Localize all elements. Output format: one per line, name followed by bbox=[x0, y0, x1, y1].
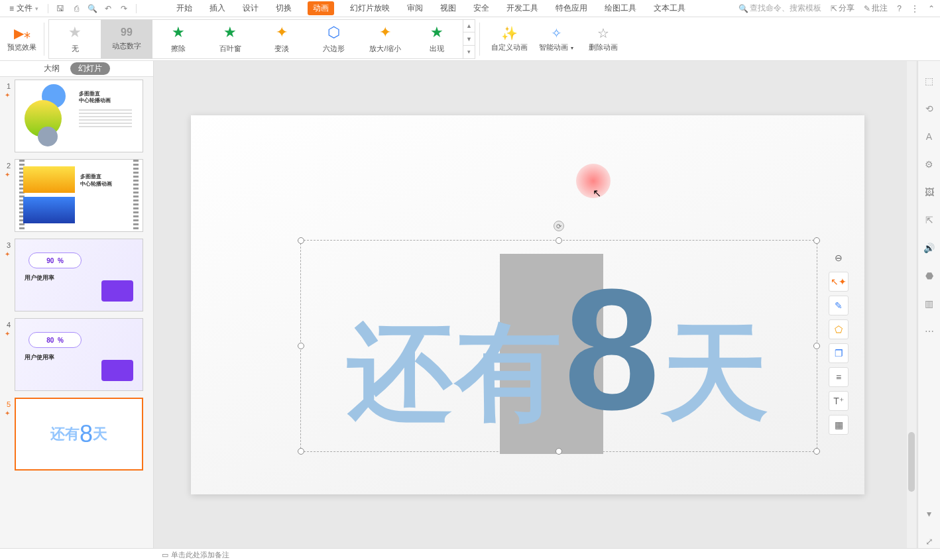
anim-none[interactable]: ★ 无 bbox=[49, 20, 101, 58]
chevron-down-icon: ▾ bbox=[35, 5, 38, 12]
slide-thumbnail-1[interactable]: 多图垂直 中心轮播动画 bbox=[15, 80, 143, 152]
float-cursor-icon[interactable]: ↖✦ bbox=[829, 272, 849, 292]
rail-audio-icon[interactable]: 🔊 bbox=[923, 241, 936, 254]
print-preview-icon[interactable]: 🔍 bbox=[86, 2, 99, 15]
canvas-area[interactable]: ⟳ 还有8天 ⊖ ↖✦ ✎ bbox=[154, 61, 917, 548]
rail-template-icon[interactable]: ▥ bbox=[923, 297, 936, 310]
file-menu-label: 文件 bbox=[17, 3, 32, 14]
share-button[interactable]: ⇱ 分享 bbox=[831, 3, 854, 14]
help-icon[interactable]: ? bbox=[897, 4, 902, 13]
resize-handle-s[interactable] bbox=[556, 448, 562, 455]
resize-handle-e[interactable] bbox=[813, 343, 820, 349]
anim-label: 放大/缩小 bbox=[369, 44, 400, 54]
anim-fade[interactable]: ✦ 变淡 bbox=[256, 20, 308, 58]
resize-handle-w[interactable] bbox=[298, 343, 304, 349]
file-menu[interactable]: ≡ 文件 ▾ bbox=[5, 3, 42, 14]
undo-icon[interactable]: ↶ bbox=[101, 2, 115, 15]
delete-animation-button[interactable]: ☆ 删除动画 bbox=[578, 20, 628, 58]
notes-hint-label: 单击此处添加备注 bbox=[171, 550, 229, 560]
gallery-scroll-up[interactable]: ▲ bbox=[463, 20, 475, 33]
resize-handle-n[interactable] bbox=[556, 237, 562, 244]
thumb-number: 3 bbox=[4, 239, 11, 249]
float-collapse-icon[interactable]: ⊖ bbox=[829, 248, 849, 268]
anim-wipe[interactable]: ★ 擦除 bbox=[152, 20, 204, 58]
resize-handle-nw[interactable] bbox=[298, 237, 304, 244]
tab-home[interactable]: 开始 bbox=[175, 1, 194, 15]
float-textfx-icon[interactable]: T⁺ bbox=[829, 391, 849, 411]
resize-handle-sw[interactable] bbox=[298, 448, 304, 455]
rail-expand-icon[interactable]: ⤢ bbox=[923, 535, 936, 548]
anim-blinds[interactable]: ★ 百叶窗 bbox=[204, 20, 256, 58]
tab-special[interactable]: 特色应用 bbox=[554, 1, 589, 15]
tab-slideshow[interactable]: 幻灯片放映 bbox=[349, 1, 391, 15]
tab-drawing[interactable]: 绘图工具 bbox=[603, 1, 638, 15]
tab-insert[interactable]: 插入 bbox=[208, 1, 227, 15]
slide-thumbnail-3[interactable]: 90 % 用户使用率 bbox=[15, 239, 143, 311]
resize-handle-se[interactable] bbox=[813, 448, 820, 455]
tab-texttools[interactable]: 文本工具 bbox=[652, 1, 687, 15]
rail-3d-icon[interactable]: ⬣ bbox=[923, 269, 936, 282]
gallery-scroll-down[interactable]: ▼ bbox=[463, 32, 475, 46]
comment-icon: ✎ bbox=[864, 4, 870, 13]
thumb-row: 4 ✦ 80 % 用户使用率 bbox=[4, 318, 149, 391]
thumb-percent-suffix: % bbox=[58, 337, 64, 344]
custom-anim-icon: ✨ bbox=[501, 25, 517, 41]
tab-developer[interactable]: 开发工具 bbox=[505, 1, 540, 15]
anim-hexagon[interactable]: ⬡ 六边形 bbox=[308, 20, 359, 58]
rail-export-icon[interactable]: ⇱ bbox=[923, 213, 936, 227]
smart-animation-button[interactable]: ✧ 智能动画 ▾ bbox=[534, 20, 578, 58]
tab-review[interactable]: 审阅 bbox=[406, 1, 424, 15]
rotate-handle[interactable]: ⟳ bbox=[554, 221, 564, 231]
gallery-expand[interactable]: ▾ bbox=[463, 46, 475, 58]
comment-button[interactable]: ✎ 批注 bbox=[864, 3, 888, 14]
gallery-scroll: ▲ ▼ ▾ bbox=[463, 20, 475, 58]
float-grid-icon[interactable]: ▦ bbox=[829, 415, 849, 435]
rail-fontfx-icon[interactable]: A bbox=[923, 130, 936, 143]
collapse-ribbon-icon[interactable]: ⌃ bbox=[928, 4, 935, 13]
notes-placeholder[interactable]: ▭ 单击此处添加备注 bbox=[162, 550, 229, 560]
thumbs-list[interactable]: 1 ✦ 多图垂直 中心轮播动画 2 ✦ 多图垂直 中心轮播动画 bbox=[0, 77, 153, 548]
rail-shape-icon[interactable]: ⟲ bbox=[923, 102, 936, 115]
preview-icon: ▶⁎ bbox=[14, 25, 30, 41]
slide-text[interactable]: 还有8天 bbox=[301, 280, 817, 445]
rail-select-icon[interactable]: ⬚ bbox=[923, 74, 936, 87]
outline-tab[interactable]: 大纲 bbox=[44, 63, 60, 74]
slides-tab[interactable]: 幻灯片 bbox=[70, 62, 110, 75]
slide-text-suffix: 天 bbox=[662, 313, 771, 431]
tab-security[interactable]: 安全 bbox=[472, 1, 491, 15]
rail-more-icon[interactable]: ⋯ bbox=[923, 325, 936, 338]
tab-animation[interactable]: 动画 bbox=[308, 1, 334, 15]
float-brush-icon[interactable]: ✎ bbox=[829, 296, 849, 315]
slide[interactable]: ⟳ 还有8天 ⊖ ↖✦ ✎ bbox=[191, 115, 864, 494]
vertical-scrollbar[interactable] bbox=[907, 61, 916, 548]
search-commands[interactable]: 🔍 查找命令、搜索模板 bbox=[738, 3, 821, 14]
anim-appear[interactable]: ★ 出现 bbox=[411, 20, 463, 58]
slide-thumbnail-2[interactable]: 多图垂直 中心轮播动画 bbox=[15, 159, 143, 232]
scrollbar-thumb[interactable] bbox=[908, 432, 915, 492]
more-icon[interactable]: ⋮ bbox=[911, 4, 919, 13]
tab-transition[interactable]: 切换 bbox=[274, 1, 293, 15]
redo-icon[interactable]: ↷ bbox=[117, 2, 131, 15]
rail-down-icon[interactable]: ▾ bbox=[923, 507, 936, 520]
hamburger-icon: ≡ bbox=[9, 4, 14, 13]
rail-settings-icon[interactable]: ⚙ bbox=[923, 158, 936, 171]
anim-zoom[interactable]: ✦ 放大/缩小 bbox=[359, 20, 411, 58]
smart-anim-icon: ✧ bbox=[548, 25, 564, 41]
preview-effect-button[interactable]: ▶⁎ 预览效果 bbox=[4, 20, 40, 58]
divider bbox=[44, 23, 44, 56]
tab-view[interactable]: 视图 bbox=[439, 1, 457, 15]
slide-thumbnail-4[interactable]: 80 % 用户使用率 bbox=[15, 318, 143, 391]
slide-thumbnail-5[interactable]: 还有8天 bbox=[15, 398, 143, 471]
custom-animation-button[interactable]: ✨ 自定义动画 bbox=[484, 20, 534, 58]
print-icon[interactable]: ⎙ bbox=[70, 2, 83, 15]
float-align-icon[interactable]: ≡ bbox=[829, 367, 849, 387]
tab-design[interactable]: 设计 bbox=[241, 1, 260, 15]
float-layers-icon[interactable]: ❐ bbox=[829, 343, 849, 363]
resize-handle-ne[interactable] bbox=[813, 237, 820, 244]
rail-image-icon[interactable]: 🖼 bbox=[923, 186, 936, 199]
float-bucket-icon[interactable]: ⬠ bbox=[829, 319, 849, 339]
selected-textbox[interactable]: ⟳ 还有8天 bbox=[300, 240, 817, 452]
animation-indicator-icon: ✦ bbox=[5, 251, 10, 258]
anim-dynamic-number[interactable]: 99 动态数字 bbox=[101, 20, 152, 58]
save-icon[interactable]: 🖫 bbox=[54, 2, 67, 15]
